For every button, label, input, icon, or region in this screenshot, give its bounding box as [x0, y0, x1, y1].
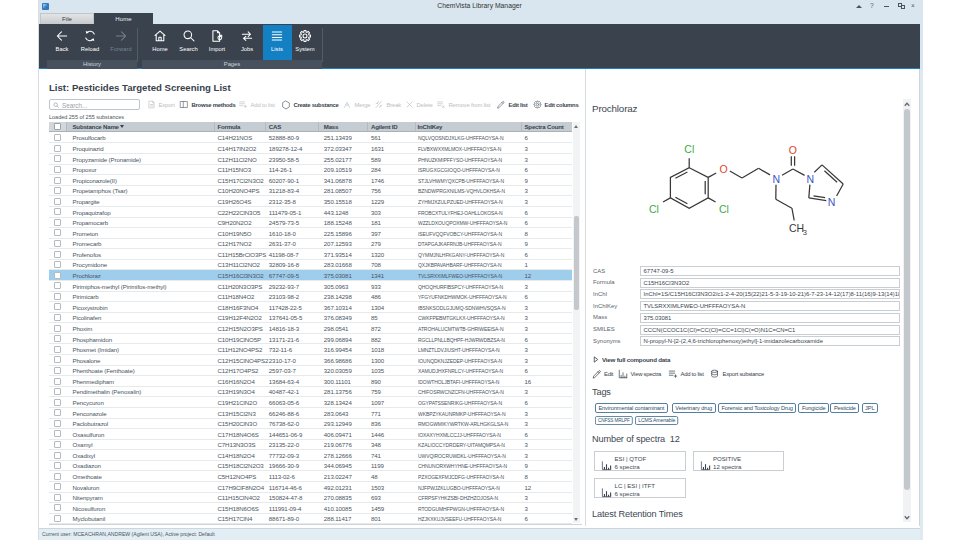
svg-text:N: N [828, 196, 836, 208]
svg-text:N: N [773, 173, 781, 185]
svg-text:O: O [789, 144, 797, 156]
svg-text:Cl: Cl [684, 143, 694, 155]
svg-text:O: O [719, 163, 727, 175]
svg-text:Cl: Cl [719, 203, 729, 215]
svg-text:Cl: Cl [649, 203, 659, 215]
svg-text:N: N [807, 173, 815, 185]
svg-text:3: 3 [803, 228, 807, 237]
